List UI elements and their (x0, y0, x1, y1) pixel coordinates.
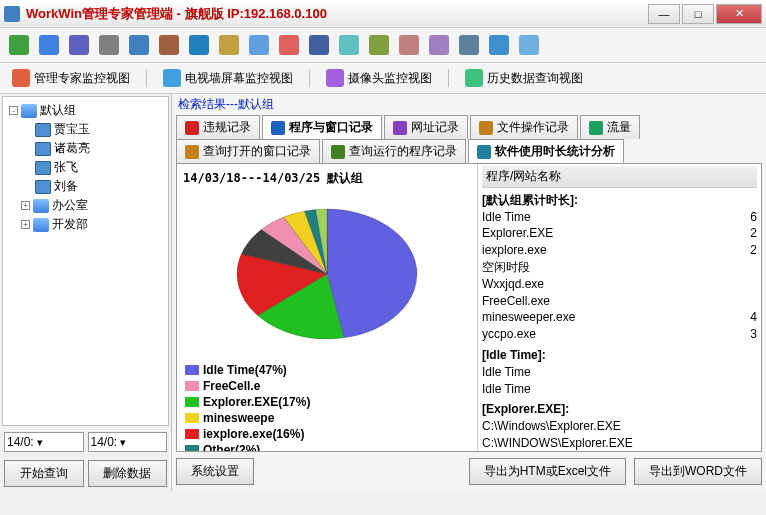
nav-item-3[interactable]: 历史数据查询视图 (459, 67, 589, 89)
right-panel: 检索结果---默认组 违规记录程序与窗口记录网址记录文件操作记录流量 查询打开的… (172, 94, 766, 491)
tabs-row-2: 查询打开的窗口记录查询运行的程序记录软件使用时长统计分析 (172, 139, 766, 163)
program-list[interactable]: 程序/网站名称[默认组累计时长]:Idle Time6Explorer.EXE2… (477, 164, 761, 451)
list-row[interactable]: Idle Time (482, 364, 757, 381)
tree-computer[interactable]: 刘备 (7, 177, 164, 196)
list-row[interactable]: Explorer.EXE2 (482, 225, 757, 242)
left-panel: -默认组贾宝玉诸葛亮张飞刘备+办公室+开发部 14/0: ▾ 14/0: ▾ 开… (0, 94, 172, 491)
clear-data-button[interactable]: 删除数据 (88, 460, 168, 487)
toolbar-icon-13[interactable] (396, 32, 422, 58)
toolbar-icon-2[interactable] (66, 32, 92, 58)
list-row[interactable]: C:\WINDOWS\Explorer.EXE (482, 435, 757, 451)
legend-item: minesweepe (185, 411, 325, 425)
list-section-title: [Explorer.EXE]: (482, 401, 757, 418)
toolbar-icon-11[interactable] (336, 32, 362, 58)
list-row[interactable]: Wxxjqd.exe (482, 276, 757, 293)
bottom-buttons: 系统设置 导出为HTM或Excel文件 导出到WORD文件 (172, 452, 766, 491)
export-htm-excel-button[interactable]: 导出为HTM或Excel文件 (469, 458, 626, 485)
tree-computer[interactable]: 诸葛亮 (7, 139, 164, 158)
computer-tree[interactable]: -默认组贾宝玉诸葛亮张飞刘备+办公室+开发部 (2, 96, 169, 426)
tab-tabs1-2[interactable]: 网址记录 (384, 115, 468, 139)
list-section-title: [默认组累计时长]: (482, 192, 757, 209)
nav-item-2[interactable]: 摄像头监控视图 (320, 67, 438, 89)
legend-item: Explorer.EXE(17%) (185, 395, 325, 409)
chart-area: 14/03/18---14/03/25 默认组 Idle Time(47%)Fr… (177, 164, 477, 451)
toolbar-icon-3[interactable] (96, 32, 122, 58)
list-row[interactable]: FreeCell.exe (482, 293, 757, 310)
maximize-button[interactable]: □ (682, 4, 714, 24)
tabs-row-1: 违规记录程序与窗口记录网址记录文件操作记录流量 (172, 115, 766, 139)
legend-item: iexplore.exe(16%) (185, 427, 325, 441)
app-icon (4, 6, 20, 22)
pie-slice (327, 209, 417, 338)
toolbar-icon-16[interactable] (486, 32, 512, 58)
legend-item: Idle Time(47%) (185, 363, 325, 377)
tree-computer[interactable]: 张飞 (7, 158, 164, 177)
date-to[interactable]: 14/0: ▾ (88, 432, 168, 452)
list-header: 程序/网站名称 (482, 166, 757, 188)
search-result-header: 检索结果---默认组 (172, 94, 766, 115)
toolbar-icon-4[interactable] (126, 32, 152, 58)
export-word-button[interactable]: 导出到WORD文件 (634, 458, 762, 485)
date-from[interactable]: 14/0: ▾ (4, 432, 84, 452)
list-row[interactable]: yccpo.exe3 (482, 326, 757, 343)
system-settings-button[interactable]: 系统设置 (176, 458, 254, 485)
tree-computer[interactable]: 贾宝玉 (7, 120, 164, 139)
list-row[interactable]: Idle Time (482, 381, 757, 398)
toolbar-icon-5[interactable] (156, 32, 182, 58)
tree-root[interactable]: -默认组 (7, 101, 164, 120)
tab-tabs1-1[interactable]: 程序与窗口记录 (262, 115, 382, 139)
minimize-button[interactable]: — (648, 4, 680, 24)
list-row[interactable]: minesweeper.exe4 (482, 309, 757, 326)
pie-chart (181, 189, 473, 359)
window-title: WorkWin管理专家管理端 - 旗舰版 IP:192.168.0.100 (26, 5, 648, 23)
toolbar-icon-0[interactable] (6, 32, 32, 58)
toolbar-icon-14[interactable] (426, 32, 452, 58)
tab-tabs1-3[interactable]: 文件操作记录 (470, 115, 578, 139)
tab-tabs2-2[interactable]: 软件使用时长统计分析 (468, 139, 624, 163)
tab-tabs1-4[interactable]: 流量 (580, 115, 640, 139)
tab-tabs2-0[interactable]: 查询打开的窗口记录 (176, 139, 320, 163)
view-navbar: 管理专家监控视图电视墙屏幕监控视图摄像头监控视图历史数据查询视图 (0, 63, 766, 94)
legend-item: Other(2%) (185, 443, 325, 452)
tab-tabs2-1[interactable]: 查询运行的程序记录 (322, 139, 466, 163)
list-row[interactable]: C:\Windows\Explorer.EXE (482, 418, 757, 435)
toolbar-icon-12[interactable] (366, 32, 392, 58)
tab-tabs1-0[interactable]: 违规记录 (176, 115, 260, 139)
titlebar: WorkWin管理专家管理端 - 旗舰版 IP:192.168.0.100 — … (0, 0, 766, 28)
nav-item-0[interactable]: 管理专家监控视图 (6, 67, 136, 89)
nav-item-1[interactable]: 电视墙屏幕监控视图 (157, 67, 299, 89)
list-row[interactable]: 空闲时段 (482, 259, 757, 276)
toolbar-icon-7[interactable] (216, 32, 242, 58)
close-button[interactable]: ✕ (716, 4, 762, 24)
tree-group[interactable]: +办公室 (7, 196, 164, 215)
toolbar-icon-17[interactable] (516, 32, 542, 58)
list-section-title: [Idle Time]: (482, 347, 757, 364)
toolbar-icon-10[interactable] (306, 32, 332, 58)
toolbar-icon-15[interactable] (456, 32, 482, 58)
chart-legend: Idle Time(47%)FreeCell.eExplorer.EXE(17%… (181, 359, 473, 452)
legend-item: FreeCell.e (185, 379, 325, 393)
toolbar-icon-9[interactable] (276, 32, 302, 58)
start-query-button[interactable]: 开始查询 (4, 460, 84, 487)
toolbar-icon-8[interactable] (246, 32, 272, 58)
toolbar-icon-1[interactable] (36, 32, 62, 58)
chart-title: 14/03/18---14/03/25 默认组 (181, 168, 473, 189)
toolbar-icon-6[interactable] (186, 32, 212, 58)
tree-group[interactable]: +开发部 (7, 215, 164, 234)
main-toolbar (0, 28, 766, 63)
list-row[interactable]: iexplore.exe2 (482, 242, 757, 259)
list-row[interactable]: Idle Time6 (482, 209, 757, 226)
